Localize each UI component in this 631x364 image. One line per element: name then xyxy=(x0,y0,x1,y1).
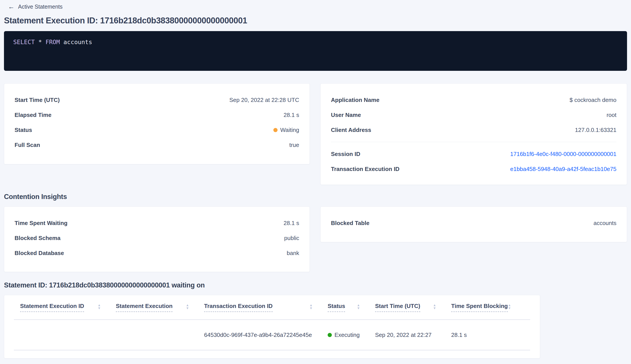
sort-arrows-icon[interactable]: ▲ ▼ xyxy=(433,304,436,310)
cell-start-time: Sep 20, 2022 at 22:27 xyxy=(369,332,445,338)
time-spent-waiting-row: Time Spent Waiting 28.1 s xyxy=(14,216,299,230)
sort-arrows-icon[interactable]: ▲ ▼ xyxy=(309,304,313,310)
sort-desc-icon[interactable]: ▼ xyxy=(508,307,511,310)
blocked-table-value: accounts xyxy=(594,220,616,226)
column-header-label[interactable]: Statement Execution xyxy=(116,303,172,312)
column-header-label[interactable]: Transaction Execution ID xyxy=(204,303,273,312)
back-link-label[interactable]: Active Statements xyxy=(18,4,62,10)
session-details-card: Application Name $ cockroach demo User N… xyxy=(320,84,627,185)
sort-arrows-icon[interactable]: ▲ ▼ xyxy=(508,304,511,310)
time-spent-waiting-value: 28.1 s xyxy=(284,220,299,226)
sort-arrows-icon[interactable]: ▲ ▼ xyxy=(186,304,189,310)
sort-desc-icon[interactable]: ▼ xyxy=(186,307,189,310)
time-spent-waiting-label: Time Spent Waiting xyxy=(14,220,68,226)
sort-arrows-icon[interactable]: ▲ ▼ xyxy=(98,304,101,310)
status-waiting-dot-icon xyxy=(273,128,278,132)
waiting-on-table-header: Statement Execution ID ▲ ▼ Statement Exe… xyxy=(14,295,530,320)
sort-desc-icon[interactable]: ▼ xyxy=(98,307,101,310)
sql-keyword-from: FROM xyxy=(46,38,60,46)
waiting-on-heading: Statement ID: 1716b218dc0b38380000000000… xyxy=(4,281,627,289)
contention-insights-heading: Contention Insights xyxy=(4,193,627,201)
back-link[interactable]: ← Active Statements xyxy=(4,2,627,11)
column-header-time-spent-blocking[interactable]: Time Spent Blocking ▲ ▼ xyxy=(445,303,516,312)
session-card-divider xyxy=(331,142,616,142)
page-title: Statement Execution ID: 1716b218dc0b3838… xyxy=(4,16,627,25)
waiting-on-table: Statement Execution ID ▲ ▼ Statement Exe… xyxy=(4,295,540,358)
elapsed-time-value: 28.1 s xyxy=(284,112,299,118)
column-header-label[interactable]: Start Time (UTC) xyxy=(375,303,420,312)
elapsed-time-row: Elapsed Time 28.1 s xyxy=(14,108,299,122)
application-name-row: Application Name $ cockroach demo xyxy=(331,92,616,108)
column-header-statement-execution-id[interactable]: Statement Execution ID ▲ ▼ xyxy=(14,303,110,312)
sql-statement-text: SELECT * FROM accounts xyxy=(13,38,92,46)
column-header-label[interactable]: Status xyxy=(328,303,345,312)
session-id-label: Session ID xyxy=(331,151,360,158)
blocked-database-label: Blocked Database xyxy=(14,250,64,256)
sort-desc-icon[interactable]: ▼ xyxy=(309,307,313,310)
full-scan-label: Full Scan xyxy=(14,142,40,148)
transaction-execution-id-row: Transaction Execution ID e1bba458-5948-4… xyxy=(331,162,616,176)
client-address-value: 127.0.0.1:63321 xyxy=(575,127,616,134)
application-name-label: Application Name xyxy=(331,97,380,104)
blocked-schema-row: Blocked Schema public xyxy=(14,230,299,246)
cell-status: Executing xyxy=(322,332,369,338)
column-header-start-time[interactable]: Start Time (UTC) ▲ ▼ xyxy=(369,303,445,312)
full-scan-value: true xyxy=(289,142,299,148)
sql-statement-box: SELECT * FROM accounts xyxy=(4,31,627,71)
sql-star: * xyxy=(35,38,46,46)
full-scan-row: Full Scan true xyxy=(14,138,299,152)
contention-details-card: Time Spent Waiting 28.1 s Blocked Schema… xyxy=(4,206,310,272)
client-address-row: Client Address 127.0.0.1:63321 xyxy=(331,122,616,138)
transaction-execution-id-label: Transaction Execution ID xyxy=(331,166,400,172)
blocked-table-label: Blocked Table xyxy=(331,220,369,226)
user-name-value: root xyxy=(606,112,616,118)
cell-transaction-execution-id: 64530d0c-969f-437e-a9b4-26a72245e45e xyxy=(198,332,322,338)
client-address-label: Client Address xyxy=(331,127,371,134)
status-executing-text: Executing xyxy=(334,332,360,338)
column-header-label[interactable]: Statement Execution ID xyxy=(20,303,84,312)
status-row: Status Waiting xyxy=(14,122,299,138)
user-name-label: User Name xyxy=(331,112,361,118)
back-arrow-icon[interactable]: ← xyxy=(8,3,14,10)
start-time-row: Start Time (UTC) Sep 20, 2022 at 22:28 U… xyxy=(14,92,299,108)
column-header-transaction-execution-id[interactable]: Transaction Execution ID ▲ ▼ xyxy=(198,303,322,312)
blocked-schema-value: public xyxy=(284,235,299,242)
table-row: 64530d0c-969f-437e-a9b4-26a72245e45e Exe… xyxy=(14,320,530,350)
column-header-statement-execution[interactable]: Statement Execution ▲ ▼ xyxy=(110,303,198,312)
statement-execution-page: ← Active Statements Statement Execution … xyxy=(0,0,631,358)
start-time-label: Start Time (UTC) xyxy=(14,97,60,104)
blocked-database-row: Blocked Database bank xyxy=(14,246,299,260)
column-header-status[interactable]: Status ▲ ▼ xyxy=(322,303,369,312)
transaction-execution-id-link[interactable]: e1bba458-5948-40a9-a42f-5feac1b10e75 xyxy=(510,166,616,172)
sql-keyword-select: SELECT xyxy=(13,38,35,46)
elapsed-time-label: Elapsed Time xyxy=(14,112,52,118)
status-executing-dot-icon xyxy=(328,333,332,337)
column-header-label[interactable]: Time Spent Blocking xyxy=(451,303,508,312)
sort-desc-icon[interactable]: ▼ xyxy=(357,307,360,310)
cell-time-spent-blocking: 28.1 s xyxy=(445,332,516,338)
status-value: Waiting xyxy=(273,127,299,134)
sql-table-name: accounts xyxy=(60,38,92,46)
session-id-link[interactable]: 1716b1f6-4e0c-f480-0000-000000000001 xyxy=(510,151,616,158)
status-label: Status xyxy=(14,127,32,134)
blocked-table-row: Blocked Table accounts xyxy=(331,216,616,230)
blocked-table-card: Blocked Table accounts xyxy=(320,206,627,242)
sort-desc-icon[interactable]: ▼ xyxy=(433,307,436,310)
session-id-row: Session ID 1716b1f6-4e0c-f480-0000-00000… xyxy=(331,146,616,162)
blocked-database-value: bank xyxy=(287,250,299,256)
sort-arrows-icon[interactable]: ▲ ▼ xyxy=(357,304,360,310)
status-waiting-text: Waiting xyxy=(280,127,299,134)
user-name-row: User Name root xyxy=(331,108,616,122)
execution-details-card: Start Time (UTC) Sep 20, 2022 at 22:28 U… xyxy=(4,84,310,164)
blocked-schema-label: Blocked Schema xyxy=(14,235,60,242)
start-time-value: Sep 20, 2022 at 22:28 UTC xyxy=(229,97,299,104)
application-name-value: $ cockroach demo xyxy=(570,97,616,104)
